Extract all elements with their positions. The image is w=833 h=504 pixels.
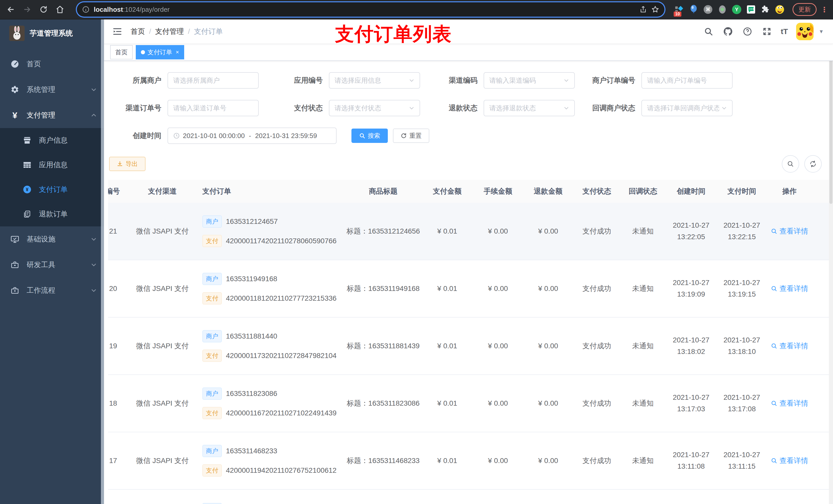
pay-tag: 支付: [203, 292, 222, 305]
sidebar-item-home[interactable]: 首页: [0, 51, 104, 77]
sidebar-scrollbar[interactable]: [101, 20, 104, 504]
view-detail-link[interactable]: 查看详情: [771, 341, 808, 351]
merchant-order-no-input[interactable]: 请输入商户订单编号: [641, 72, 733, 89]
pay-time: 2021-10-2713:18:10: [717, 334, 767, 358]
sidebar-item-infra[interactable]: 基础设施: [0, 226, 104, 252]
page-content: 所属商户 请选择所属商户 应用编号 请选择应用信息 渠道编码 请输入渠道编码: [104, 61, 833, 504]
app-select[interactable]: 请选择应用信息: [329, 72, 420, 89]
navbar-tools: tT ▼: [703, 23, 827, 40]
pay-amount: ¥ 0.01: [422, 227, 473, 235]
sidebar-item-pay[interactable]: ¥ 支付管理: [0, 102, 104, 128]
home-icon[interactable]: [53, 3, 67, 16]
sidebar-item-devtools[interactable]: 研发工具: [0, 252, 104, 278]
product-title: 标题：1635311468233: [345, 456, 422, 465]
bookmark-star-icon[interactable]: [651, 5, 659, 14]
sidebar-item-app-info[interactable]: 应用信息: [0, 153, 104, 177]
product-title: 标题：1635311949168: [345, 284, 422, 293]
sidebar-item-system[interactable]: 系统管理: [0, 77, 104, 102]
refresh-button[interactable]: [804, 155, 822, 173]
chevron-down-icon: [91, 87, 97, 93]
pay-status: 支付成功: [573, 456, 620, 465]
toggle-search-button[interactable]: [782, 155, 799, 173]
emoji-extension-icon[interactable]: [775, 5, 784, 14]
devtools-extension-icon[interactable]: 10: [675, 5, 684, 14]
pay-status-select[interactable]: 请选择支付状态: [329, 100, 420, 116]
help-icon[interactable]: [742, 26, 753, 37]
action-cell: 查看详情: [767, 284, 812, 293]
github-icon[interactable]: [722, 26, 734, 37]
search-icon[interactable]: [703, 26, 714, 37]
merchant-input[interactable]: 请选择所属商户: [168, 72, 259, 89]
tag-close-icon[interactable]: ×: [176, 49, 179, 55]
site-info-icon[interactable]: [82, 6, 90, 13]
pay-channel: 微信 JSAPI 支付: [129, 456, 195, 465]
export-button[interactable]: 导出: [109, 157, 145, 171]
reload-icon[interactable]: [37, 3, 50, 16]
merchant-order-no: 1635311881440: [226, 332, 277, 340]
sidebar-item-workflow[interactable]: 工作流程: [0, 278, 104, 303]
channel-order-no-input[interactable]: 请输入渠道订单号: [168, 100, 259, 116]
balloon-extension-icon[interactable]: [689, 5, 698, 14]
avatar-caret-icon[interactable]: ▼: [819, 29, 824, 34]
recorder-extension-icon[interactable]: [718, 5, 727, 14]
table-row: 18 微信 JSAPI 支付 商户 1635311823086 支付 42000…: [108, 375, 829, 432]
app-logo-row[interactable]: 芋道管理系统: [0, 20, 104, 46]
view-detail-link[interactable]: 查看详情: [771, 456, 808, 465]
chat-extension-icon[interactable]: [746, 5, 756, 14]
refund-status-select[interactable]: 请选择退款状态: [484, 100, 575, 116]
create-time-range-input[interactable]: 2021-10-01 00:00:00 - 2021-10-31 23:59:5…: [168, 127, 337, 144]
merchant-order-no: 1635311823086: [226, 389, 277, 398]
pay-status: 支付成功: [573, 226, 620, 236]
refund-amount: ¥ 0.00: [523, 399, 573, 407]
page-scrollbar[interactable]: [829, 20, 833, 504]
breadcrumb-pay[interactable]: 支付管理: [155, 27, 184, 37]
reset-button[interactable]: 重置: [393, 128, 429, 143]
share-icon[interactable]: [639, 6, 647, 13]
fullscreen-icon[interactable]: [761, 26, 772, 37]
yen-icon: ¥: [10, 111, 20, 120]
browser-update-button[interactable]: 更新: [792, 3, 817, 16]
table-row: 20 微信 JSAPI 支付 商户 1635311949168 支付 42000…: [108, 260, 829, 317]
command-extension-icon[interactable]: ⌘: [704, 5, 713, 14]
breadcrumb-home[interactable]: 首页: [130, 27, 145, 37]
back-icon[interactable]: [4, 3, 18, 16]
table-row: 商户 1635311157: [108, 490, 829, 504]
action-cell: 查看详情: [767, 456, 812, 465]
font-size-icon[interactable]: tT: [781, 27, 788, 36]
search-button[interactable]: 搜索: [352, 128, 388, 143]
monitor-icon: [10, 235, 20, 244]
sidebar-item-refund-order[interactable]: 退款订单: [0, 202, 104, 226]
view-detail-link[interactable]: 查看详情: [771, 399, 808, 408]
channel-order-no: 4200001174202110278060590766: [226, 237, 337, 245]
view-detail-link[interactable]: 查看详情: [771, 284, 808, 293]
y-extension-icon[interactable]: Y: [732, 5, 741, 14]
channel-order-no: 4200001181202110277723215336: [226, 294, 337, 303]
tag-home[interactable]: 首页: [110, 45, 133, 59]
channel-code-select[interactable]: 请输入渠道编码: [484, 72, 575, 89]
view-detail-link[interactable]: 查看详情: [771, 226, 808, 236]
sidebar-item-merchant-info[interactable]: 商户信息: [0, 128, 104, 153]
notify-status-select[interactable]: 请选择订单回调商户状态: [641, 100, 733, 116]
fee-amount: ¥ 0.00: [473, 457, 523, 465]
chevron-up-icon: [91, 112, 97, 118]
tag-pay-order[interactable]: 支付订单 ×: [136, 45, 184, 59]
fee-amount: ¥ 0.00: [473, 342, 523, 350]
pay-tag: 支付: [203, 235, 222, 247]
user-avatar[interactable]: [796, 23, 813, 40]
sidebar-collapse-icon[interactable]: [110, 24, 124, 39]
toolbox-icon: [10, 260, 20, 269]
extensions-puzzle-icon[interactable]: [761, 5, 770, 14]
forward-icon[interactable]: [21, 3, 34, 16]
browser-menu-icon[interactable]: ⋮: [821, 5, 828, 14]
active-dot: [141, 50, 145, 54]
create-time: 2021-10-2713:17:03: [665, 392, 717, 415]
sidebar: 芋道管理系统 首页 系统管理: [0, 20, 104, 504]
product-title: 标题：1635311823086: [345, 399, 422, 408]
channel-order-no: 4200001173202110272847982104: [226, 352, 337, 360]
dashboard-icon: [10, 59, 20, 69]
merchant-tag: 商户: [203, 215, 222, 228]
notify-status: 未通知: [620, 456, 665, 465]
url-bar[interactable]: localhost:1024/pay/order: [77, 2, 664, 17]
sidebar-item-pay-order[interactable]: ¥ 支付订单: [0, 177, 104, 202]
top-navbar: 首页 / 支付管理 / 支付订单 支付订单列表: [104, 20, 833, 44]
